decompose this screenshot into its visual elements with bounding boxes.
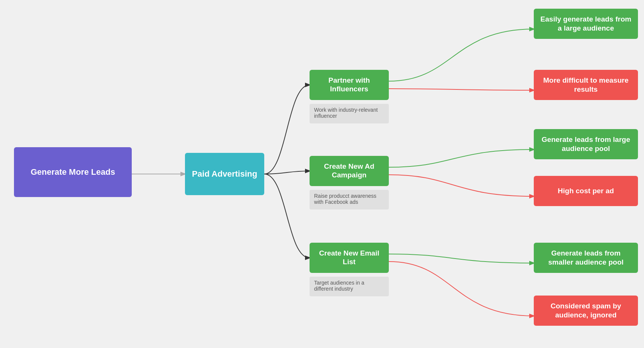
outcome-2: More difficult to measure results bbox=[534, 70, 638, 100]
root-label: Generate More Leads bbox=[31, 167, 115, 177]
influencer-note: Work with industry-relevant influencer bbox=[310, 104, 389, 123]
emaillist-label: Create New Email List bbox=[315, 249, 384, 266]
influencer-label: Partner with Influencers bbox=[315, 76, 384, 94]
level1-node[interactable]: Paid Advertising bbox=[185, 153, 264, 195]
root-node[interactable]: Generate More Leads bbox=[14, 147, 132, 197]
emaillist-note: Target audiences in a different industry bbox=[310, 277, 389, 296]
adcampaign-node[interactable]: Create New Ad Campaign bbox=[310, 156, 389, 186]
adcampaign-label: Create New Ad Campaign bbox=[315, 162, 384, 180]
level1-label: Paid Advertising bbox=[192, 169, 257, 179]
outcome-4: High cost per ad bbox=[534, 176, 638, 206]
outcome-6: Considered spam by audience, ignored bbox=[534, 296, 638, 326]
outcome-3: Generate leads from large audience pool bbox=[534, 129, 638, 159]
mindmap-canvas: Generate More Leads Paid Advertising Par… bbox=[0, 0, 644, 348]
outcome-1: Easily generate leads from a large audie… bbox=[534, 9, 638, 39]
adcampaign-note: Raise producct awareness with Facebook a… bbox=[310, 190, 389, 209]
emaillist-node[interactable]: Create New Email List bbox=[310, 243, 389, 273]
influencer-node[interactable]: Partner with Influencers bbox=[310, 70, 389, 100]
outcome-5: Generate leads from smaller audience poo… bbox=[534, 243, 638, 273]
